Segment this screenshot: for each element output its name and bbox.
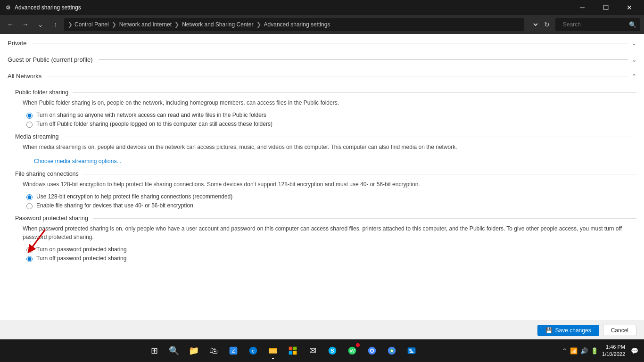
- msstore-button[interactable]: [283, 341, 302, 360]
- file-sharing-desc: Windows uses 128-bit encryption to help …: [15, 180, 636, 189]
- clock-time: 1:46 PM: [602, 344, 625, 351]
- system-tray-icons: ⌃ 📶 🔊 🔋: [562, 347, 598, 354]
- taskbar: ⊞ 🔍 📁 🛍 Z e ✉ S W: [0, 339, 644, 362]
- clock-date: 1/10/2022: [602, 351, 625, 358]
- cancel-button[interactable]: Cancel: [603, 325, 636, 336]
- edge-button[interactable]: e: [244, 341, 263, 360]
- fsc-40-label: Enable file sharing for devices that use…: [36, 202, 193, 209]
- private-section-line: [32, 43, 628, 43]
- password-protected-desc: When password protected sharing is on, o…: [15, 224, 636, 241]
- path-sep-3: ❯: [256, 21, 261, 28]
- address-bar: ← → ⌄ ↑ ❯ Control Panel ❯ Network and In…: [0, 15, 644, 34]
- title-bar-controls: ─ ☐ ✕: [571, 0, 640, 15]
- refresh-button[interactable]: ↻: [540, 18, 553, 31]
- file-sharing-header: File sharing connections: [15, 171, 636, 177]
- svg-rect-10: [289, 351, 293, 355]
- wifi-icon: 📶: [570, 347, 578, 354]
- maximize-button[interactable]: ☐: [595, 0, 617, 15]
- notification-center-button[interactable]: 💬: [629, 346, 640, 356]
- password-protected-subsection: Password protected sharing When password…: [15, 215, 636, 262]
- pfs-on-label: Turn on sharing so anyone with network a…: [36, 112, 266, 118]
- svg-rect-9: [293, 347, 297, 351]
- private-section-title: Private: [8, 40, 26, 47]
- svg-text:e: e: [252, 348, 255, 354]
- save-changes-button[interactable]: 💾 Save changes: [537, 325, 599, 336]
- footer-bar: 💾 Save changes Cancel: [0, 321, 644, 339]
- password-protected-line: [93, 218, 636, 219]
- minimize-button[interactable]: ─: [571, 0, 593, 15]
- all-networks-chevron-icon: ⌃: [632, 73, 636, 80]
- show-hidden-icons[interactable]: ⌃: [562, 347, 567, 354]
- whatsapp-button[interactable]: W: [343, 341, 362, 360]
- path-network-internet[interactable]: Network and Internet: [119, 21, 172, 28]
- window-title: Advanced sharing settings: [15, 4, 81, 11]
- pps-on-radio[interactable]: [26, 247, 33, 253]
- all-networks-body: Public folder sharing When Public folder…: [8, 89, 636, 262]
- pfs-off-option[interactable]: Turn off Public folder sharing (people l…: [26, 121, 636, 128]
- pfs-off-label: Turn off Public folder sharing (people l…: [36, 121, 272, 127]
- photos-button[interactable]: [402, 341, 421, 360]
- fsc-40-option[interactable]: Enable file sharing for devices that use…: [26, 202, 636, 209]
- battery-icon: 🔋: [591, 347, 598, 354]
- fsc-128-option[interactable]: Use 128-bit encryption to help protect f…: [26, 193, 636, 200]
- fsc-128-radio[interactable]: [26, 194, 33, 200]
- file-explorer-button[interactable]: 📁: [184, 341, 203, 360]
- all-networks-section-title: All Networks: [8, 73, 41, 80]
- start-button[interactable]: ⊞: [145, 341, 164, 360]
- pps-off-label: Turn off password protected sharing: [36, 255, 126, 262]
- chrome-icon: [367, 346, 377, 355]
- back-button[interactable]: ←: [4, 18, 17, 31]
- volume-icon: 🔊: [580, 347, 588, 354]
- mail-button[interactable]: ✉: [303, 341, 322, 360]
- path-advanced-sharing[interactable]: Advanced sharing settings: [264, 21, 330, 28]
- media-streaming-options-link[interactable]: Choose media streaming options...: [34, 158, 121, 165]
- path-control-panel[interactable]: Control Panel: [74, 21, 109, 28]
- pps-on-option[interactable]: Turn on password protected sharing: [26, 246, 636, 253]
- save-label: Save changes: [555, 327, 591, 334]
- pfs-off-radio[interactable]: [26, 122, 33, 128]
- file-sharing-subsection: File sharing connections Windows uses 12…: [15, 171, 636, 209]
- guest-public-chevron-icon: ⌄: [632, 57, 636, 63]
- chrome2-button[interactable]: [382, 341, 401, 360]
- path-network-sharing[interactable]: Network and Sharing Center: [182, 21, 253, 28]
- zoom-icon: Z: [229, 346, 238, 355]
- svg-text:Z: Z: [231, 347, 235, 354]
- fsc-40-radio[interactable]: [26, 203, 33, 209]
- private-chevron-icon: ⌄: [632, 40, 636, 47]
- explorer-active-button[interactable]: [264, 341, 282, 360]
- svg-rect-7: [269, 349, 277, 354]
- save-icon: 💾: [545, 327, 553, 334]
- app-icon: ⚙: [6, 4, 11, 11]
- taskbar-clock[interactable]: 1:46 PM 1/10/2022: [602, 344, 625, 358]
- pps-off-option[interactable]: Turn off password protected sharing: [26, 255, 636, 262]
- path-chevron: ❯: [68, 21, 73, 28]
- close-button[interactable]: ✕: [619, 0, 640, 15]
- guest-public-section-line: [99, 59, 628, 60]
- private-section-header[interactable]: Private ⌄: [8, 34, 636, 50]
- search-button[interactable]: 🔍: [165, 341, 183, 360]
- recent-locations-button[interactable]: ⌄: [34, 18, 47, 31]
- skype-button[interactable]: S: [323, 341, 342, 360]
- path-sep-2: ❯: [174, 21, 179, 28]
- explorer-icon: [268, 346, 278, 355]
- guest-public-section-header[interactable]: Guest or Public (current profile) ⌄: [8, 50, 636, 67]
- password-protected-header: Password protected sharing: [15, 215, 636, 222]
- forward-button[interactable]: →: [19, 18, 32, 31]
- taskbar-right: ⌃ 📶 🔊 🔋 1:46 PM 1/10/2022 💬: [562, 344, 640, 358]
- pfs-on-option[interactable]: Turn on sharing so anyone with network a…: [26, 112, 636, 119]
- store-button[interactable]: 🛍: [204, 341, 223, 360]
- public-folder-sharing-title: Public folder sharing: [15, 89, 68, 96]
- address-path[interactable]: ❯ Control Panel ❯ Network and Internet ❯…: [64, 18, 524, 31]
- zoom-button[interactable]: Z: [224, 341, 243, 360]
- chrome-button[interactable]: [363, 341, 381, 360]
- media-streaming-title: Media streaming: [15, 133, 58, 140]
- media-streaming-header: Media streaming: [15, 133, 636, 140]
- pps-off-radio[interactable]: [26, 256, 33, 262]
- pfs-on-radio[interactable]: [26, 113, 33, 119]
- svg-point-21: [391, 350, 393, 352]
- chrome2-icon: [387, 346, 396, 355]
- all-networks-section-header[interactable]: All Networks ⌃: [8, 67, 636, 83]
- path-dropdown[interactable]: [526, 18, 539, 31]
- up-button[interactable]: ↑: [49, 18, 62, 31]
- search-input[interactable]: [559, 18, 629, 31]
